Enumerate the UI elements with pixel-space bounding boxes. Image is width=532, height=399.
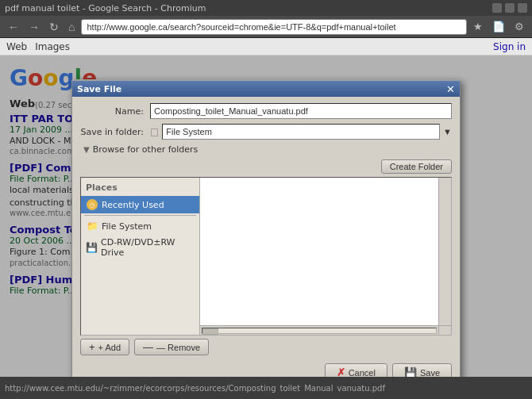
create-folder-row: Create Folder <box>80 159 452 174</box>
folder-expand-button[interactable]: ▼ <box>443 127 452 136</box>
dialog-overlay: Save File ✕ Name: Save in folder: □ ▼ <box>0 56 532 377</box>
tools-button[interactable]: ⚙ <box>511 19 527 34</box>
dialog-close-button[interactable]: ✕ <box>446 84 455 94</box>
browser-toolbar: ← → ↻ ⌂ ★ 📄 ⚙ <box>0 16 532 38</box>
status-bar: http://www.cee.mtu.edu/~rzimmer/ecorcorp… <box>0 377 532 399</box>
dialog-titlebar: Save File ✕ <box>72 81 460 97</box>
folder-select-container: □ ▼ <box>150 124 452 140</box>
save-dialog: Save File ✕ Name: Save in folder: □ ▼ <box>71 79 461 377</box>
reload-button[interactable]: ↻ <box>46 19 62 35</box>
nav-bar: Web Images Sign in <box>0 38 532 56</box>
add-button[interactable]: + + Add <box>80 339 129 355</box>
save-in-label: Save in folder: <box>80 127 144 137</box>
dialog-body: Name: Save in folder: □ ▼ ▼ Browse for o… <box>72 97 460 377</box>
dialog-footer: ✗ Cancel 💾 Save <box>80 360 452 377</box>
browser-title: pdf manual toilet - Google Search - Chro… <box>5 3 206 13</box>
cancel-icon: ✗ <box>337 366 345 377</box>
files-content-area <box>200 178 438 325</box>
toolbar-icons: ★ 📄 ⚙ <box>470 19 527 34</box>
cancel-label: Cancel <box>349 368 376 378</box>
h-scroll-thumb[interactable] <box>202 328 218 335</box>
files-panel <box>200 178 451 335</box>
nav-images[interactable]: Images <box>35 41 70 52</box>
recently-used-icon: ◷ <box>86 198 98 211</box>
browser-titlebar: pdf manual toilet - Google Search - Chro… <box>0 0 532 16</box>
places-item-filesystem-label: File System <box>102 221 152 232</box>
places-item-cdrom-label: CD-RW/DVD±RW Drive <box>101 237 195 258</box>
remove-label: — Remove <box>156 343 200 352</box>
filename-input[interactable] <box>150 103 452 119</box>
sign-in-link[interactable]: Sign in <box>493 41 526 52</box>
file-browser-container: Create Folder Places ◷ Recently Used <box>80 159 452 336</box>
folder-select-input[interactable] <box>162 124 440 140</box>
close-btn[interactable] <box>518 3 527 13</box>
add-label: + Add <box>98 343 121 352</box>
folder-icon: □ <box>150 126 159 137</box>
nav-web[interactable]: Web <box>6 41 27 52</box>
places-item-filesystem[interactable]: 📁 File System <box>81 217 199 235</box>
browser-actions: + + Add — — Remove <box>80 339 452 355</box>
separator-1 <box>84 215 196 216</box>
browse-row: ▼ Browse for other folders <box>80 144 452 155</box>
cancel-button[interactable]: ✗ Cancel <box>325 363 387 377</box>
places-header: Places <box>81 181 199 196</box>
title-controls <box>492 3 527 13</box>
name-row: Name: <box>80 103 452 119</box>
vertical-scrollbar[interactable] <box>438 178 451 325</box>
bookmark-button[interactable]: ★ <box>470 19 486 34</box>
dialog-title: Save File <box>77 84 121 94</box>
address-bar[interactable] <box>81 19 467 35</box>
browser-content: Google Web (0.27 seconds) ITT PAR TO... … <box>0 56 532 377</box>
browse-triangle-icon: ▼ <box>83 145 90 154</box>
folder-icon: 📁 <box>87 221 98 232</box>
remove-button[interactable]: — — Remove <box>134 339 209 355</box>
places-item-recently-used[interactable]: ◷ Recently Used <box>81 196 199 213</box>
minimize-btn[interactable] <box>492 3 502 13</box>
places-item-recently-used-label: Recently Used <box>102 200 164 210</box>
name-label: Name: <box>80 106 144 117</box>
add-icon: + <box>89 341 95 353</box>
horizontal-scrollbar[interactable] <box>200 325 438 335</box>
maximize-btn[interactable] <box>505 3 515 13</box>
remove-icon: — <box>143 341 153 353</box>
back-button[interactable]: ← <box>5 19 22 35</box>
create-folder-button[interactable]: Create Folder <box>381 159 452 174</box>
save-label: Save <box>420 368 440 378</box>
clock-icon: ◷ <box>87 199 98 210</box>
page-button[interactable]: 📄 <box>489 19 508 34</box>
scroll-corner <box>438 325 451 335</box>
filesystem-icon-container: 📁 <box>86 220 98 232</box>
save-icon: 💾 <box>404 366 417 377</box>
home-button[interactable]: ⌂ <box>65 19 78 35</box>
file-browser: Places ◷ Recently Used 📁 <box>80 177 452 336</box>
save-folder-row: Save in folder: □ ▼ <box>80 124 452 140</box>
save-button[interactable]: 💾 Save <box>392 363 452 377</box>
h-scroll-track[interactable] <box>202 328 437 334</box>
status-url: http://www.cee.mtu.edu/~rzimmer/ecorcorp… <box>5 384 527 393</box>
cd-icon: 💾 <box>86 242 98 253</box>
browse-label[interactable]: Browse for other folders <box>93 144 199 155</box>
forward-button[interactable]: → <box>25 19 43 35</box>
places-item-cdrom[interactable]: 💾 CD-RW/DVD±RW Drive <box>81 235 199 260</box>
places-panel: Places ◷ Recently Used 📁 <box>81 178 200 335</box>
cdrom-icon-container: 💾 <box>86 241 98 254</box>
